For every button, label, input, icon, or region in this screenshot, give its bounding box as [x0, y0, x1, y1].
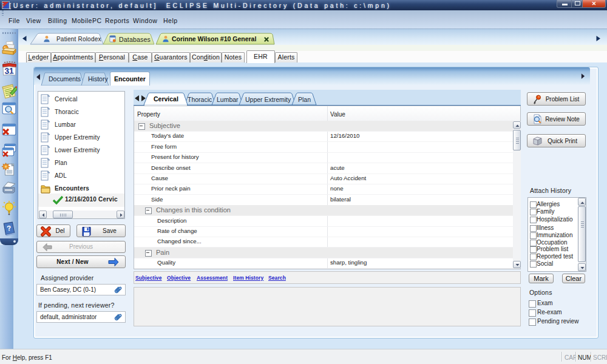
svg-text:31: 31: [4, 66, 14, 76]
